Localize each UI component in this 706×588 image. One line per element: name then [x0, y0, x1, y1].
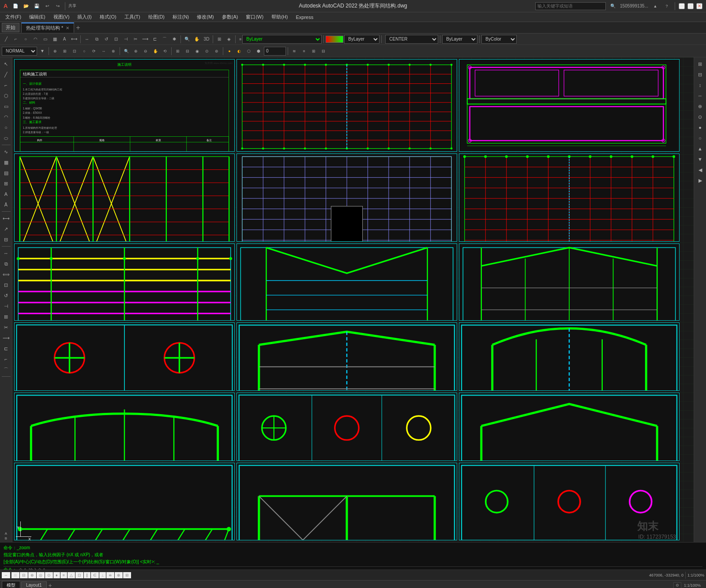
- viewport-mode[interactable]: NORMAL: [2, 47, 37, 56]
- lt-block[interactable]: ⊞: [1, 179, 11, 188]
- vp-tool15[interactable]: ◉: [193, 47, 202, 56]
- menu-view[interactable]: 视图(V): [50, 13, 73, 21]
- vp-misc1[interactable]: ≋: [290, 47, 299, 56]
- panel-sect2[interactable]: 结构剖面: [459, 322, 680, 391]
- vp-tool18[interactable]: ●: [225, 47, 234, 56]
- bi-ortho[interactable]: ⊕: [28, 572, 36, 578]
- tab-layout1[interactable]: Layout1: [21, 581, 47, 588]
- vp-tool3[interactable]: ⊡: [70, 47, 79, 56]
- tab-close-button[interactable]: ✕: [66, 26, 69, 30]
- menu-params[interactable]: 参数(A): [218, 13, 242, 21]
- rt-btn4[interactable]: ↔: [695, 91, 706, 101]
- menu-file[interactable]: 文件(F): [2, 13, 25, 21]
- lt-circle[interactable]: ○: [1, 123, 11, 132]
- tool-arc[interactable]: ◠: [31, 35, 40, 44]
- rt-btn12[interactable]: ▶: [695, 176, 706, 185]
- lt-polygon[interactable]: ⬡: [1, 91, 11, 101]
- rt-btn8[interactable]: ○: [695, 133, 706, 143]
- lt-rotate[interactable]: ↺: [1, 291, 11, 300]
- vp-tool11[interactable]: ✋: [151, 47, 160, 56]
- vp-tool6[interactable]: ↔: [99, 47, 108, 56]
- undo-button[interactable]: ↩: [43, 2, 52, 11]
- lt-text[interactable]: A: [1, 189, 11, 199]
- tool-text[interactable]: A: [60, 35, 69, 44]
- vp-misc4[interactable]: ⊟: [319, 47, 328, 56]
- panel-magenta-plan[interactable]: 建筑平面图: [459, 59, 680, 152]
- tool-offset[interactable]: ⊏: [150, 35, 159, 44]
- tool-scale[interactable]: ⊡: [112, 35, 120, 44]
- bi-trans[interactable]: ∥: [84, 572, 90, 578]
- lt-select[interactable]: ↖: [1, 59, 11, 69]
- rt-btn7[interactable]: ●: [695, 123, 706, 132]
- lt-pline[interactable]: ⌐: [1, 80, 11, 90]
- vp-tool1[interactable]: ⊕: [51, 47, 60, 56]
- tool-hatch[interactable]: ▦: [50, 35, 59, 44]
- lt-hatch[interactable]: ▦: [1, 157, 11, 167]
- bi-clean[interactable]: ⊞: [123, 572, 131, 578]
- tool-trim[interactable]: ✂: [131, 35, 140, 44]
- panel-elev3[interactable]: 立面图3: [459, 243, 680, 321]
- panel-elev2[interactable]: 立面图2: [237, 243, 457, 321]
- color-swatch[interactable]: [326, 36, 343, 43]
- vp-misc3[interactable]: ⊞: [309, 47, 318, 56]
- menu-format[interactable]: 格式(O): [96, 13, 120, 21]
- vp-tool7[interactable]: ⊗: [109, 47, 118, 56]
- tool-pan[interactable]: ✋: [192, 35, 201, 44]
- vp-tool16[interactable]: ⊙: [203, 47, 211, 56]
- panel-bot2[interactable]: 框架剖面: [14, 463, 235, 540]
- tool-explode[interactable]: ✱: [170, 35, 179, 44]
- tool-zoom-window[interactable]: 🔍: [183, 35, 192, 44]
- help-button[interactable]: ?: [662, 2, 671, 11]
- lt-trim[interactable]: ✂: [1, 322, 11, 332]
- tool-dim[interactable]: ⟷: [70, 35, 79, 44]
- lt-scale[interactable]: ⊡: [1, 280, 11, 290]
- panel-yellow-plan[interactable]: 结构立面图: [14, 154, 235, 242]
- panel-elev1[interactable]: 立面详图: [14, 243, 235, 321]
- vp-tool4[interactable]: ○: [80, 47, 89, 56]
- color-selector[interactable]: ByLayer: [344, 35, 379, 44]
- tab-model[interactable]: 模型: [2, 581, 20, 588]
- tool-properties[interactable]: ⊞: [215, 35, 224, 44]
- tool-copy[interactable]: ⧉: [92, 35, 101, 44]
- rt-btn11[interactable]: ◀: [695, 165, 706, 175]
- layout-customize[interactable]: ⚙: [673, 582, 681, 588]
- vp-tool13[interactable]: ⊞: [173, 47, 182, 56]
- menu-express[interactable]: Express: [292, 14, 317, 21]
- color2-selector[interactable]: ByColor: [481, 35, 517, 44]
- lt-offset[interactable]: ⊏: [1, 344, 11, 353]
- bi-dyn[interactable]: △: [68, 572, 75, 578]
- lt-mirror[interactable]: ⊣: [1, 301, 11, 311]
- bi-otrack[interactable]: ♦: [53, 572, 60, 578]
- menu-tools[interactable]: 工具(T): [121, 13, 144, 21]
- menu-window[interactable]: 窗口(W): [242, 13, 267, 21]
- lt-chamfer[interactable]: ⌐: [1, 354, 11, 364]
- tool-pline[interactable]: ⌐: [11, 35, 20, 44]
- bi-ann[interactable]: ⟂: [99, 572, 106, 578]
- lt-table[interactable]: ⊟: [1, 235, 11, 244]
- lt-copy[interactable]: ⧉: [1, 259, 11, 269]
- bi-polar[interactable]: ◎: [37, 572, 45, 578]
- lineweight-selector[interactable]: ByLayer: [442, 35, 477, 44]
- tool-rect[interactable]: ▭: [41, 35, 49, 44]
- lt-gradient[interactable]: ▤: [1, 168, 11, 178]
- menu-modify[interactable]: 修改(M): [193, 13, 218, 21]
- vp-tool9[interactable]: ⊕: [131, 47, 140, 56]
- panel-node1[interactable]: 节点详图: [14, 322, 235, 391]
- rt-btn6[interactable]: ⊙: [695, 112, 706, 122]
- search-input[interactable]: [535, 2, 606, 10]
- lt-stretch[interactable]: ⟺: [1, 270, 11, 279]
- lt-rect[interactable]: ▭: [1, 101, 11, 111]
- rt-btn2[interactable]: ⊟: [695, 70, 706, 79]
- menu-dim[interactable]: 标注(N): [169, 13, 192, 21]
- rt-btn1[interactable]: ⊞: [695, 59, 706, 69]
- lt-array[interactable]: ⊞: [1, 312, 11, 322]
- panel-red-plan[interactable]: 屋面结构平面图 ① ②: [237, 59, 457, 152]
- panel-sect1[interactable]: 剖面图: [237, 322, 457, 391]
- tool-fillet[interactable]: ⌒: [160, 35, 169, 44]
- bi-sel[interactable]: ∈: [91, 572, 99, 578]
- rt-btn10[interactable]: ▼: [695, 154, 706, 164]
- scale-input[interactable]: 0: [264, 47, 286, 56]
- tab-add-button[interactable]: +: [76, 24, 80, 31]
- vp-tool20[interactable]: ⬡: [244, 47, 253, 56]
- layer-selector[interactable]: ByLayer: [242, 35, 322, 44]
